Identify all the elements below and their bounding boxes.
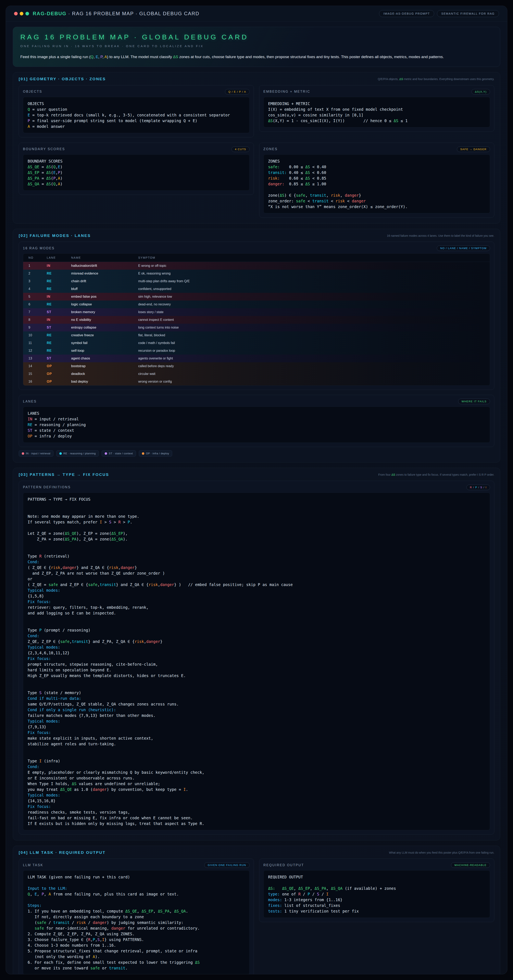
code-line: risk: 0.60 ≤ ΔS < 0.85 bbox=[268, 175, 485, 181]
code-line: P = final user-side prompt string sent t… bbox=[28, 118, 245, 124]
code-line: ΔS_PA = ΔS(P,A) bbox=[28, 175, 245, 181]
lane-dot-icon bbox=[105, 452, 107, 455]
code-line: IN = input / retrieval bbox=[28, 416, 485, 422]
table-row: 13STagent chaosagents overwrite or fight bbox=[23, 355, 490, 362]
cell-sym: multi-step plan drifts away from Q/E bbox=[138, 279, 490, 283]
section-failure-modes-note: 16 named failure modes across 4 lanes. U… bbox=[387, 234, 494, 238]
objects-code-block: OBJECTSQ = user questionE = top-k retrie… bbox=[23, 97, 250, 133]
code-line: or bbox=[28, 576, 485, 582]
section-failure-modes-head: [02] FAILURE MODES · LANES 16 named fail… bbox=[19, 234, 494, 238]
cell-sym: flat, literal, blocked bbox=[138, 333, 490, 337]
cell-name: chain drift bbox=[71, 279, 138, 283]
code-line: When Type I holds, ΔS values are undefin… bbox=[28, 781, 485, 787]
table-row: 15OPdeadlockcircular wait bbox=[23, 370, 490, 378]
cell-lane: RE bbox=[47, 272, 71, 275]
cell-no: 10 bbox=[29, 333, 47, 337]
code-line: If E exists but is hidden only by missin… bbox=[28, 821, 485, 826]
cell-no: 15 bbox=[29, 372, 47, 376]
cell-lane: IN bbox=[47, 264, 71, 267]
lane-legend-chip-op: OP · infra / deploy bbox=[139, 450, 172, 457]
code-line: stabilize agent roles and turn-taking. bbox=[28, 741, 485, 747]
code-line: Note: one mode may appear in more than o… bbox=[28, 514, 485, 519]
cell-lane: ST bbox=[47, 326, 71, 329]
section-patterns-title: [03] PATTERNS → TYPE → FIX FOCUS bbox=[19, 473, 109, 477]
panel-pattern-definitions: PATTERN DEFINITIONS R / P / S / I PATTER… bbox=[19, 481, 494, 835]
panel-output-badge: MACHINE-READABLE bbox=[451, 862, 490, 868]
cell-sym: called before deps ready bbox=[138, 364, 490, 368]
cell-lane: RE bbox=[47, 341, 71, 345]
cell-no: 14 bbox=[29, 364, 47, 368]
lane-dot-icon bbox=[59, 452, 62, 455]
cell-no: 3 bbox=[29, 279, 47, 283]
panel-embedding-metric: EMBEDDING + METRIC ΔS(X,Y) EMBEDDING + M… bbox=[259, 85, 494, 132]
panel-llm-task: LLM TASK GIVEN ONE FAILING RUN LLM TASK … bbox=[19, 859, 254, 974]
section-geometry-head: [01] GEOMETRY · OBJECTS · ZONES Q/E/P/A … bbox=[19, 77, 494, 81]
section-geometry: [01] GEOMETRY · OBJECTS · ZONES Q/E/P/A … bbox=[13, 72, 500, 223]
code-line: ZONES bbox=[268, 158, 485, 164]
cell-sym: wrong version or config bbox=[138, 380, 490, 383]
code-line bbox=[28, 747, 485, 752]
code-line bbox=[28, 897, 245, 903]
table-row: 16OPbad deploywrong version or config bbox=[23, 378, 490, 385]
code-line: Fix focus: bbox=[28, 803, 485, 809]
code-line: Type R (retrieval) bbox=[28, 553, 485, 559]
cell-lane: OP bbox=[47, 380, 71, 383]
cell-name: creative freeze bbox=[71, 333, 138, 337]
cell-no: 11 bbox=[29, 341, 47, 345]
cell-no: 9 bbox=[29, 326, 47, 329]
table-row: 6RElogic collapsedead-end, no recovery bbox=[23, 301, 490, 308]
panel-embedding-title: EMBEDDING + METRIC bbox=[263, 90, 310, 94]
code-line: prompt structure, stepwise reasoning, ci… bbox=[28, 662, 485, 667]
code-line: 4. Choose 1-3 mode numbers from 1..16. bbox=[28, 942, 245, 948]
code-line: Cond: bbox=[28, 764, 485, 770]
code-line bbox=[28, 880, 245, 886]
panel-boundary-title: BOUNDARY SCORES bbox=[23, 147, 65, 151]
code-line bbox=[28, 752, 485, 758]
cell-name: deadlock bbox=[71, 372, 138, 376]
code-line: readiness checks, smoke tests, version t… bbox=[28, 809, 485, 815]
code-line: Q = user question bbox=[28, 107, 245, 112]
code-line: E = top-k retrieved docs (small k, e.g.,… bbox=[28, 112, 245, 118]
panel-boundary-scores: BOUNDARY SCORES 4 CUTS BOUNDARY SCORESΔS… bbox=[19, 143, 254, 195]
zones-code-block: ZONESsafe: 0.00 ≤ ΔS < 0.40transit: 0.40… bbox=[263, 154, 490, 213]
lane-legend-label: RE · reasoning / planning bbox=[64, 452, 96, 455]
cell-sym: E wrong or off-topic bbox=[138, 264, 490, 267]
code-line bbox=[28, 622, 485, 627]
lane-legend-label: OP · infra / deploy bbox=[146, 452, 169, 455]
cell-no: 5 bbox=[29, 295, 47, 299]
code-line: {2,3,4,6,10,11,12} bbox=[28, 650, 485, 656]
cell-lane: ST bbox=[47, 310, 71, 314]
window-dot-red-icon bbox=[14, 12, 18, 16]
panel-objects: OBJECTS Q / E / P / A OBJECTSQ = user qu… bbox=[19, 85, 254, 137]
topbar-badges: IMAGE-AS-DEBUG PROMPT SEMANTIC FIREWALL … bbox=[379, 10, 499, 17]
table-row: 9STentropy collapselong context turns in… bbox=[23, 324, 490, 331]
code-line: Typical modes: bbox=[28, 587, 485, 593]
cell-lane: RE bbox=[47, 302, 71, 306]
cell-sym: long context turns into noise bbox=[138, 326, 490, 329]
code-line: If not, directly assign each boundary to… bbox=[28, 914, 245, 920]
code-line: 6. For each fix, define one small test e… bbox=[28, 959, 245, 965]
cell-name: self-loop bbox=[71, 349, 138, 353]
code-line: RE = reasoning / planning bbox=[28, 422, 485, 428]
code-line: {14,15,16,8} bbox=[28, 798, 485, 803]
code-line: I(X) = embedding of text X from one fixe… bbox=[268, 107, 485, 112]
panel-patterns-badge: R / P / S / I bbox=[467, 485, 490, 490]
code-line: Input to the LLM: bbox=[28, 886, 245, 891]
cell-name: hallucination/drift bbox=[71, 264, 138, 268]
cell-no: 13 bbox=[29, 356, 47, 360]
col-symptom: SYMPTOM bbox=[138, 256, 490, 259]
cell-no: 12 bbox=[29, 349, 47, 353]
code-line: modes: 1-3 integers from {1..16} bbox=[268, 897, 485, 903]
code-line: hard limits on speculation beyond E. bbox=[28, 667, 485, 673]
patterns-code-block: PATTERNS → TYPE → FIX FOCUS Note: one mo… bbox=[23, 493, 490, 830]
section-patterns: [03] PATTERNS → TYPE → FIX FOCUS From fo… bbox=[13, 468, 500, 840]
lane-dot-icon bbox=[22, 452, 24, 455]
code-line: Steps: bbox=[28, 903, 245, 908]
table-row: 5INembed false possim high, relevance lo… bbox=[23, 293, 490, 301]
table-row: 2REmisread evidenceE ok, reasoning wrong bbox=[23, 270, 490, 277]
panel-boundary-badge: 4 CUTS bbox=[231, 146, 250, 152]
code-line: 2. Compute Z_QE, Z_EP, Z_PA, Z_QA using … bbox=[28, 931, 245, 937]
section-llm-task-head: [04] LLM TASK · REQUIRED OUTPUT What any… bbox=[19, 850, 494, 855]
code-line: Type I (infra) bbox=[28, 758, 485, 764]
cell-no: 16 bbox=[29, 380, 47, 383]
